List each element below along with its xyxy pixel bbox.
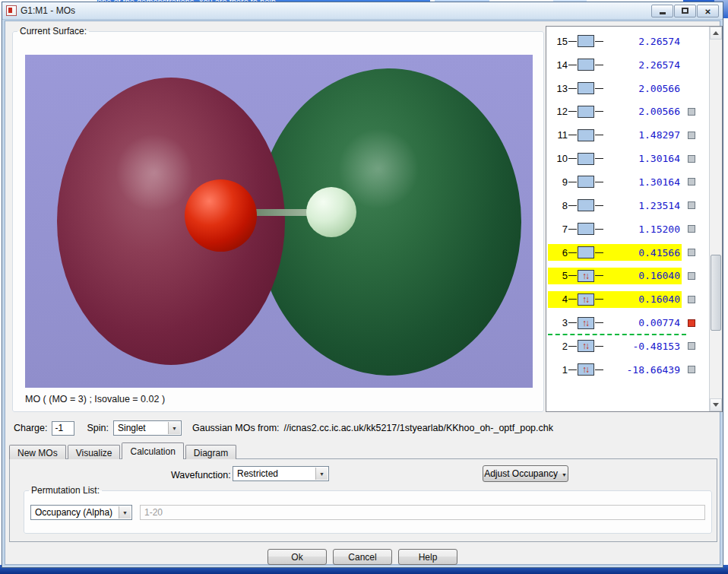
scroll-up-icon xyxy=(713,31,719,35)
maximize-button[interactable] xyxy=(674,5,696,17)
mos-dialog-window: G1:M1 - MOs Current Surface: MO ( (MO = … xyxy=(2,2,723,568)
mo-row-main[interactable]: 4 0.16040 xyxy=(548,291,682,308)
mo-occupancy-box[interactable] xyxy=(578,270,594,282)
mo-checkbox[interactable] xyxy=(688,249,695,256)
mo-checkbox[interactable] xyxy=(688,225,695,233)
mo-occupancy-box[interactable] xyxy=(578,199,594,211)
mo-connector-line xyxy=(568,158,577,159)
mo-row-main[interactable]: 8 1.23514 xyxy=(548,197,682,214)
scroll-down-button[interactable] xyxy=(710,398,722,411)
tab-diagram[interactable]: Diagram xyxy=(185,445,236,459)
close-icon xyxy=(704,4,711,17)
mo-energy-value: 1.30164 xyxy=(604,153,680,164)
minimize-button[interactable] xyxy=(651,5,673,17)
mo-occupancy-box[interactable] xyxy=(578,176,594,188)
mo-connector-line xyxy=(568,369,577,370)
mo-occupancy-box[interactable] xyxy=(578,129,594,141)
current-surface-label: Current Surface: xyxy=(17,26,89,36)
mo-checkbox[interactable] xyxy=(688,155,695,163)
tab-visualize[interactable]: Visualize xyxy=(68,445,121,459)
mo-list: 15 2.26574 14 2.26574 13 2.00566 12 xyxy=(546,30,708,382)
mo-3d-viewport[interactable] xyxy=(25,55,533,388)
close-button[interactable] xyxy=(697,5,719,17)
chevron-down-icon[interactable] xyxy=(119,506,131,519)
permutation-type-value: Occupancy (Alpha) xyxy=(35,507,112,518)
mo-row: 8 1.23514 xyxy=(546,194,708,217)
chevron-down-icon[interactable] xyxy=(315,468,328,480)
mo-occupancy-box[interactable] xyxy=(578,293,594,306)
mo-number: 14 xyxy=(549,59,568,71)
mo-row-main[interactable]: 11 1.48297 xyxy=(548,127,682,144)
wavefunction-selected-value: Restricted xyxy=(237,468,278,479)
mo-connector-line xyxy=(595,205,603,206)
mo-list-scrollbar[interactable] xyxy=(709,27,722,411)
mo-checkbox[interactable] xyxy=(688,201,695,209)
help-button[interactable]: Help xyxy=(398,549,457,565)
mo-connector-line xyxy=(595,158,603,159)
chevron-down-icon[interactable] xyxy=(168,422,180,434)
mo-row-main[interactable]: 7 1.15200 xyxy=(548,220,682,237)
permutation-type-select[interactable]: Occupancy (Alpha) xyxy=(30,505,132,520)
charge-input[interactable] xyxy=(52,421,74,436)
mo-checkbox[interactable] xyxy=(688,108,695,116)
mo-number: 3 xyxy=(549,317,568,328)
scroll-up-button[interactable] xyxy=(710,27,722,40)
titlebar[interactable]: G1:M1 - MOs xyxy=(2,2,723,20)
mo-row-main[interactable]: 1 -18.66439 xyxy=(548,361,682,378)
mo-row-main[interactable]: 2 -0.48153 xyxy=(548,338,682,354)
permutation-list-input[interactable] xyxy=(140,505,705,520)
mo-row-main[interactable]: 13 2.00566 xyxy=(548,80,682,97)
spin-select[interactable]: Singlet xyxy=(113,420,182,436)
mo-occupancy-box[interactable] xyxy=(578,223,594,235)
tab-new-mos[interactable]: New MOs xyxy=(9,445,66,459)
mo-row-main[interactable]: 3 0.00774 xyxy=(548,315,682,331)
mo-checkbox[interactable] xyxy=(688,366,695,373)
mo-row: 14 2.26574 xyxy=(546,53,708,77)
mo-checkbox[interactable] xyxy=(688,319,695,327)
mo-checkbox[interactable] xyxy=(688,296,695,303)
mo-checkbox[interactable] xyxy=(688,342,695,350)
mo-row-main[interactable]: 15 2.26574 xyxy=(548,33,682,49)
hydrogen-atom xyxy=(306,187,356,237)
mo-number: 2 xyxy=(549,341,568,352)
mo-row-main[interactable]: 5 0.16040 xyxy=(548,268,682,284)
mo-occupancy-box[interactable] xyxy=(578,59,594,71)
mo-row-main[interactable]: 12 2.00566 xyxy=(548,103,682,120)
mo-occupancy-box[interactable] xyxy=(578,340,594,352)
mo-connector-line xyxy=(568,111,577,112)
mo-occupancy-box[interactable] xyxy=(578,82,594,94)
tab-calculation[interactable]: Calculation xyxy=(122,442,183,459)
scrollbar-thumb[interactable] xyxy=(711,255,721,331)
charge-spin-row: Charge: Spin: Singlet Gaussian MOs from:… xyxy=(14,420,553,436)
mo-row: 9 1.30164 xyxy=(546,170,708,194)
adjust-occupancy-button[interactable]: Adjust Occupancy xyxy=(483,465,568,482)
mo-occupancy-box[interactable] xyxy=(578,363,594,376)
mo-checkbox[interactable] xyxy=(688,178,695,186)
ok-button[interactable]: Ok xyxy=(267,549,327,565)
mo-row-main[interactable]: 9 1.30164 xyxy=(548,173,682,190)
cancel-button[interactable]: Cancel xyxy=(333,549,392,565)
mo-row-main[interactable]: 14 2.26574 xyxy=(548,56,682,73)
mo-occupancy-box[interactable] xyxy=(578,246,594,258)
mo-connector-line xyxy=(568,346,577,347)
mo-energy-value: 0.41566 xyxy=(604,247,680,258)
mo-energy-value: 2.26574 xyxy=(604,59,680,71)
mo-row-main[interactable]: 6 0.41566 xyxy=(548,244,682,261)
mo-occupancy-box[interactable] xyxy=(578,106,594,118)
mo-connector-line xyxy=(595,346,603,347)
mo-connector-line xyxy=(595,65,603,65)
wavefunction-select[interactable]: Restricted xyxy=(233,466,329,481)
mo-occupancy-box[interactable] xyxy=(578,153,594,165)
mo-occupancy-box[interactable] xyxy=(578,317,594,329)
mo-energy-value: 2.00566 xyxy=(604,83,680,94)
mo-energy-value: 0.16040 xyxy=(604,293,680,305)
mo-checkbox[interactable] xyxy=(688,132,695,139)
mo-connector-line xyxy=(568,182,577,182)
mo-row-main[interactable]: 10 1.30164 xyxy=(548,151,682,167)
mo-checkbox[interactable] xyxy=(688,272,695,280)
mo-connector-line xyxy=(568,41,577,42)
mo-connector-line xyxy=(568,275,577,276)
scroll-down-icon xyxy=(713,403,719,407)
mo-occupancy-box[interactable] xyxy=(578,35,594,47)
maximize-icon xyxy=(682,8,688,14)
